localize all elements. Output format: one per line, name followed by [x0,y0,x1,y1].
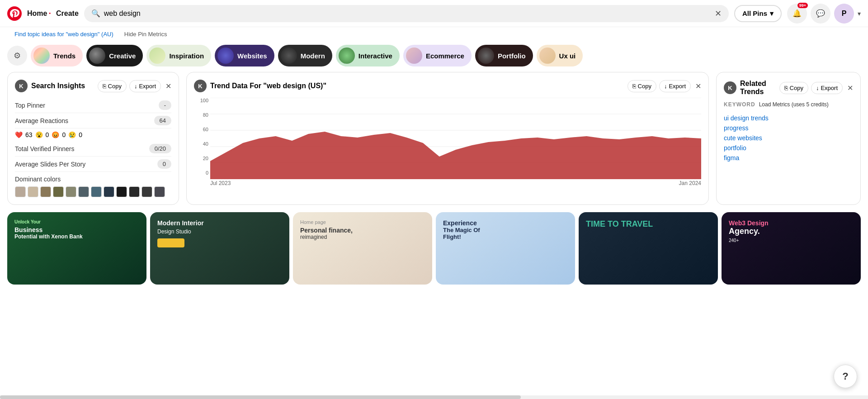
trend-data-panel: K Trend Data For "web design (US)" ⎘ Cop… [186,72,709,205]
category-label-modern: Modern [301,52,325,60]
top-pinner-row: Top Pinner - [15,98,171,113]
top-pinner-value: - [159,100,171,110]
home-nav[interactable]: Home• [27,10,51,18]
create-nav[interactable]: Create [56,10,79,18]
category-pill-modern[interactable]: Modern [278,45,332,66]
clear-icon[interactable]: ✕ [715,9,722,19]
related-k-icon: K [724,81,736,94]
color-swatch [129,186,140,197]
sad-emoji: 😢 [68,131,76,138]
avg-slides-value: 0 [157,159,171,169]
sub-header: Find topic ideas for "web design" (AU) H… [0,27,868,43]
download-icon-3: ↓ [816,85,819,91]
trend-k-icon: K [194,80,207,92]
trend-export-button[interactable]: ↓ Export [659,80,691,92]
related-link-cute-websites[interactable]: cute websites [724,133,853,143]
category-pill-creative[interactable]: Creative [86,45,143,66]
y-label-80: 80 [194,112,208,118]
category-pill-portfolio[interactable]: Portfolio [475,45,533,66]
color-swatch [28,186,38,197]
total-pinners-label: Total Verified Pinners [15,145,75,152]
related-link-progress[interactable]: progress [724,123,853,133]
color-swatch [53,186,64,197]
related-link-ui-design[interactable]: ui design trends [724,113,853,123]
copy-icon-2: ⎘ [632,83,636,90]
create-label: Create [56,10,79,17]
search-insights-panel: K Search Insights ⎘ Copy ↓ Export ✕ Top … [7,72,179,205]
category-label-ecommerce: Ecommerce [426,52,464,60]
color-swatches [15,186,171,197]
grid-img-4[interactable]: Experience The Magic Of Flight! [436,212,575,285]
category-pill-ecommerce[interactable]: Ecommerce [403,45,472,66]
topic-link[interactable]: Find topic ideas for "web design" (AU) [7,29,121,39]
x-label-jan: Jan 2024 [679,180,701,186]
chart-x-labels: Jul 2023 Jan 2024 [210,180,701,186]
wow-emoji: 😮 [35,131,43,138]
grid-img-6[interactable]: Web3 Design Agency. 240+ [722,212,861,285]
svg-point-0 [7,6,22,21]
category-pill-websites[interactable]: Websites [215,45,274,66]
download-icon-2: ↓ [664,83,667,90]
y-label-0: 0 [194,170,208,176]
filter-button[interactable]: ⚙ [7,46,27,66]
category-pill-trends[interactable]: Trends [31,45,83,66]
top-pinner-label: Top Pinner [15,102,45,109]
trend-panel-header: K Trend Data For "web design (US)" ⎘ Cop… [194,80,701,92]
trend-copy-label: Copy [638,83,651,90]
all-pins-button[interactable]: All Pins ▾ [734,5,782,22]
home-dot: • [49,11,51,16]
grid-img-1[interactable]: Unlock Your Business Potential with Xeno… [7,212,146,285]
dominant-colors-label: Dominant colors [15,176,61,183]
category-pill-inspiration[interactable]: Inspiration [146,45,211,66]
insights-close-button[interactable]: ✕ [165,82,171,90]
grid-img-5[interactable]: TIME TO TRAVEL [579,212,718,285]
keyword-header: KEYWORD Load Metrics (uses 5 credits) [724,101,853,108]
color-swatch [154,186,165,197]
header: Home• Create 🔍 ✕ All Pins ▾ 🔔 99+ 💬 P ▾ [0,0,868,27]
grid-img-2[interactable]: Modern Interior Design Studio [150,212,289,285]
search-input[interactable] [104,10,711,18]
notifications-button[interactable]: 🔔 99+ [787,4,807,24]
avatar-button[interactable]: P [834,4,854,24]
color-swatch [40,186,51,197]
category-label-interactive: Interactive [359,52,392,60]
insights-export-button[interactable]: ↓ Export [129,80,161,92]
trend-copy-button[interactable]: ⎘ Copy [627,80,656,92]
hide-metrics-button[interactable]: Hide Pin Metrics [124,31,167,38]
insights-copy-button[interactable]: ⎘ Copy [98,80,127,92]
insights-title: Search Insights [31,82,94,90]
grid-img-3[interactable]: Home page Personal finance, reimagined [293,212,432,285]
category-pill-interactive[interactable]: Interactive [336,45,400,66]
trend-close-button[interactable]: ✕ [695,82,701,90]
trend-title: Trend Data For "web design (US)" [210,82,624,90]
load-metrics-button[interactable]: Load Metrics (uses 5 credits) [759,101,829,108]
y-label-20: 20 [194,156,208,161]
total-pinners-row: Total Verified Pinners 0/20 [15,141,171,157]
related-close-button[interactable]: ✕ [847,84,853,92]
grid-col-6: Web3 Design Agency. 240+ [722,212,861,285]
search-bar: 🔍 ✕ [84,5,729,22]
angry-emoji: 😡 [52,131,59,138]
related-export-label: Export [821,85,838,91]
color-swatch [104,186,114,197]
related-copy-button[interactable]: ⎘ Copy [779,82,808,94]
grid-col-4: Experience The Magic Of Flight! [436,212,575,285]
avg-slides-row: Average Slides Per Story 0 [15,157,171,172]
trend-actions: ⎘ Copy ↓ Export ✕ [627,80,701,92]
avg-slides-label: Average Slides Per Story [15,161,85,168]
copy-icon-3: ⎘ [784,85,788,91]
y-label-60: 60 [194,127,208,132]
related-copy-label: Copy [790,85,803,91]
related-export-button[interactable]: ↓ Export [811,82,843,94]
account-chevron[interactable]: ▾ [858,10,861,17]
pinterest-logo[interactable] [7,6,22,21]
color-swatch [116,186,127,197]
category-row: ⚙ Trends Creative Inspiration Websites M… [0,43,868,72]
color-swatch [142,186,152,197]
category-pill-uxui[interactable]: Ux ui [537,45,583,66]
related-link-portfolio[interactable]: portfolio [724,143,853,153]
search-icon: 🔍 [91,9,100,18]
color-swatch [15,186,26,197]
related-link-figma[interactable]: figma [724,153,853,163]
messages-button[interactable]: 💬 [811,4,830,24]
